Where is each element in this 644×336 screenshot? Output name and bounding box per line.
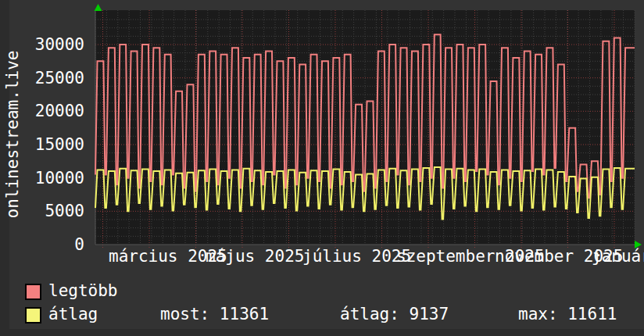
legend-stat: most: 11361 [160,306,269,323]
y-tick-label: 0 [0,236,84,253]
y-tick-label: 25000 [0,70,84,87]
legend-label-legtobb: legtöbb [48,282,118,299]
y-tick-label: 5000 [0,202,84,220]
y-tick-label: 15000 [0,136,84,153]
x-axis-label: július 2025 [302,248,411,265]
y-tick-label: 30000 [0,36,84,53]
y-tick-label: 10000 [0,170,84,187]
legend-stat: max: 11611 [518,306,617,323]
x-axis-label: január 2026 [592,248,644,265]
legend-label-atlag: átlag [48,306,98,323]
x-axis-label: május 2025 [206,248,304,265]
legend-swatch-atlag [25,307,41,323]
munin-graph-panel: onlinestream.live 3000025000200001500010… [0,0,644,336]
legend-stat: átlag: 9137 [340,306,449,323]
legend-swatch-legtobb [25,284,41,300]
y-axis-arrow-icon [95,4,102,11]
y-tick-label: 20000 [0,102,84,120]
